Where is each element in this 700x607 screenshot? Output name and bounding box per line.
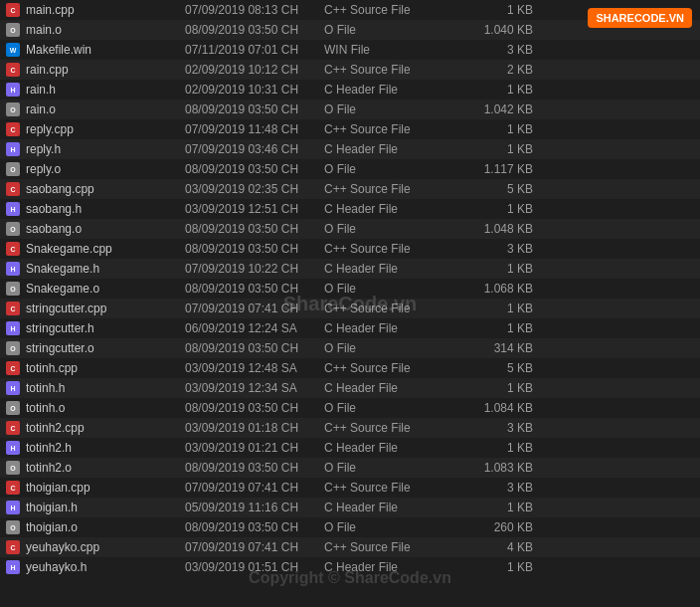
file-date: 05/09/2019 11:16 CH xyxy=(185,501,324,514)
file-date: 07/09/2019 11:48 CH xyxy=(185,122,324,136)
file-type: C Header File xyxy=(324,321,453,335)
file-type: C Header File xyxy=(324,83,453,97)
file-name: totinh2.h xyxy=(26,441,185,455)
file-type: O File xyxy=(324,461,453,475)
file-icon: W xyxy=(4,42,22,58)
file-type: C Header File xyxy=(324,560,453,574)
file-icon: H xyxy=(4,82,22,98)
table-row[interactable]: Csaobang.cpp03/09/2019 02:35 CHC++ Sourc… xyxy=(0,179,700,199)
file-date: 03/09/2019 01:21 CH xyxy=(185,441,324,455)
file-size: 1.068 KB xyxy=(453,282,533,296)
table-row[interactable]: Osaobang.o08/09/2019 03:50 CHO File1.048… xyxy=(0,219,700,239)
table-row[interactable]: Cthoigian.cpp07/09/2019 07:41 CHC++ Sour… xyxy=(0,478,700,498)
table-row[interactable]: Hthoigian.h05/09/2019 11:16 CHC Header F… xyxy=(0,498,700,517)
file-type: C++ Source File xyxy=(324,3,453,17)
file-name: main.cpp xyxy=(26,3,185,17)
file-icon: C xyxy=(4,2,22,18)
table-row[interactable]: Ctotinh.cpp03/09/2019 12:48 SAC++ Source… xyxy=(0,358,700,378)
table-row[interactable]: Cmain.cpp07/09/2019 08:13 CHC++ Source F… xyxy=(0,0,700,20)
file-name: Makefile.win xyxy=(26,43,185,57)
file-name: stringcutter.o xyxy=(26,341,185,355)
file-size: 1.117 KB xyxy=(453,162,533,176)
table-row[interactable]: Oreply.o08/09/2019 03:50 CHO File1.117 K… xyxy=(0,159,700,179)
table-row[interactable]: Hreply.h07/09/2019 03:46 CHC Header File… xyxy=(0,139,700,159)
file-type: O File xyxy=(324,102,453,116)
table-row[interactable]: Cyeuhayko.cpp07/09/2019 07:41 CHC++ Sour… xyxy=(0,537,700,557)
file-type: O File xyxy=(324,23,453,37)
file-size: 1 KB xyxy=(453,321,533,335)
table-row[interactable]: OSnakegame.o08/09/2019 03:50 CHO File1.0… xyxy=(0,279,700,299)
file-date: 08/09/2019 03:50 CH xyxy=(185,520,324,534)
table-row[interactable]: Ototinh2.o08/09/2019 03:50 CHO File1.083… xyxy=(0,458,700,478)
table-row[interactable]: Htotinh2.h03/09/2019 01:21 CHC Header Fi… xyxy=(0,438,700,458)
file-type: C Header File xyxy=(324,262,453,276)
file-name: reply.h xyxy=(26,142,185,156)
file-icon: C xyxy=(4,539,22,555)
file-name: stringcutter.h xyxy=(26,321,185,335)
file-name: reply.cpp xyxy=(26,122,185,136)
file-icon: O xyxy=(4,340,22,356)
file-date: 07/09/2019 10:22 CH xyxy=(185,262,324,276)
table-row[interactable]: Ctotinh2.cpp03/09/2019 01:18 CHC++ Sourc… xyxy=(0,418,700,438)
table-row[interactable]: Hstringcutter.h06/09/2019 12:24 SAC Head… xyxy=(0,318,700,338)
table-row[interactable]: Hyeuhayko.h03/09/2019 01:51 CHC Header F… xyxy=(0,557,700,577)
h-icon: H xyxy=(6,441,20,455)
o-icon: O xyxy=(6,520,20,534)
file-size: 1.084 KB xyxy=(453,401,533,415)
file-size: 3 KB xyxy=(453,242,533,256)
table-row[interactable]: Cstringcutter.cpp07/09/2019 07:41 CHC++ … xyxy=(0,299,700,318)
file-icon: C xyxy=(4,181,22,197)
file-icon: H xyxy=(4,141,22,157)
o-icon: O xyxy=(6,23,20,37)
table-row[interactable]: WMakefile.win07/11/2019 07:01 CHWIN File… xyxy=(0,40,700,60)
table-row[interactable]: Htotinh.h03/09/2019 12:34 SAC Header Fil… xyxy=(0,378,700,398)
o-icon: O xyxy=(6,222,20,236)
file-size: 1 KB xyxy=(453,381,533,395)
file-size: 1.042 KB xyxy=(453,102,533,116)
file-icon: C xyxy=(4,241,22,257)
file-name: totinh.h xyxy=(26,381,185,395)
table-row[interactable]: Orain.o08/09/2019 03:50 CHO File1.042 KB xyxy=(0,100,700,119)
file-date: 08/09/2019 03:50 CH xyxy=(185,162,324,176)
file-type: C Header File xyxy=(324,142,453,156)
file-size: 1.040 KB xyxy=(453,23,533,37)
file-size: 1 KB xyxy=(453,560,533,574)
table-row[interactable]: HSnakegame.h07/09/2019 10:22 CHC Header … xyxy=(0,259,700,279)
table-row[interactable]: Ototinh.o08/09/2019 03:50 CHO File1.084 … xyxy=(0,398,700,418)
file-type: C++ Source File xyxy=(324,421,453,435)
cpp-icon: C xyxy=(6,540,20,554)
file-icon: H xyxy=(4,380,22,396)
table-row[interactable]: Ostringcutter.o08/09/2019 03:50 CHO File… xyxy=(0,338,700,358)
file-size: 2 KB xyxy=(453,63,533,77)
file-type: C++ Source File xyxy=(324,63,453,77)
file-size: 314 KB xyxy=(453,341,533,355)
file-type: O File xyxy=(324,282,453,296)
file-name: yeuhayko.cpp xyxy=(26,540,185,554)
cpp-icon: C xyxy=(6,242,20,256)
file-size: 260 KB xyxy=(453,520,533,534)
file-date: 06/09/2019 12:24 SA xyxy=(185,321,324,335)
file-size: 4 KB xyxy=(453,540,533,554)
table-row[interactable]: Crain.cpp02/09/2019 10:12 CHC++ Source F… xyxy=(0,60,700,80)
file-name: totinh.o xyxy=(26,401,185,415)
file-date: 02/09/2019 10:31 CH xyxy=(185,83,324,97)
table-row[interactable]: Creply.cpp07/09/2019 11:48 CHC++ Source … xyxy=(0,119,700,139)
file-icon: H xyxy=(4,320,22,336)
file-date: 03/09/2019 12:48 SA xyxy=(185,361,324,375)
file-size: 3 KB xyxy=(453,43,533,57)
table-row[interactable]: Omain.o08/09/2019 03:50 CHO File1.040 KB xyxy=(0,20,700,40)
table-row[interactable]: Hsaobang.h03/09/2019 12:51 CHC Header Fi… xyxy=(0,199,700,219)
table-row[interactable]: Othoigian.o08/09/2019 03:50 CHO File260 … xyxy=(0,517,700,537)
o-icon: O xyxy=(6,282,20,296)
file-type: C++ Source File xyxy=(324,122,453,136)
file-date: 07/09/2019 07:41 CH xyxy=(185,540,324,554)
file-type: C Header File xyxy=(324,202,453,216)
file-name: reply.o xyxy=(26,162,185,176)
file-icon: C xyxy=(4,480,22,496)
table-row[interactable]: Hrain.h02/09/2019 10:31 CHC Header File1… xyxy=(0,80,700,100)
table-row[interactable]: CSnakegame.cpp08/09/2019 03:50 CHC++ Sou… xyxy=(0,239,700,259)
file-size: 1 KB xyxy=(453,202,533,216)
file-date: 07/09/2019 07:41 CH xyxy=(185,302,324,315)
file-name: totinh2.o xyxy=(26,461,185,475)
file-name: Snakegame.cpp xyxy=(26,242,185,256)
